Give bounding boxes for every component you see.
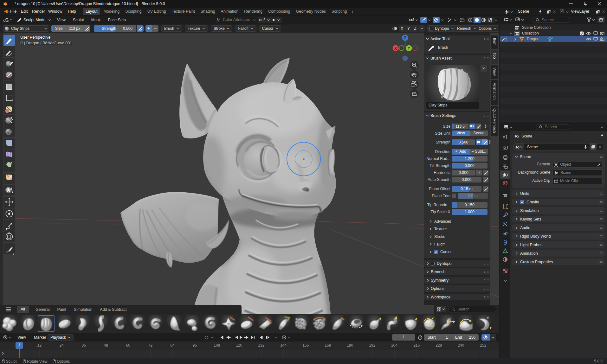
svg-text:X: X [394,46,397,51]
svg-text:Y: Y [408,46,410,51]
svg-text:Z: Z [404,36,406,40]
